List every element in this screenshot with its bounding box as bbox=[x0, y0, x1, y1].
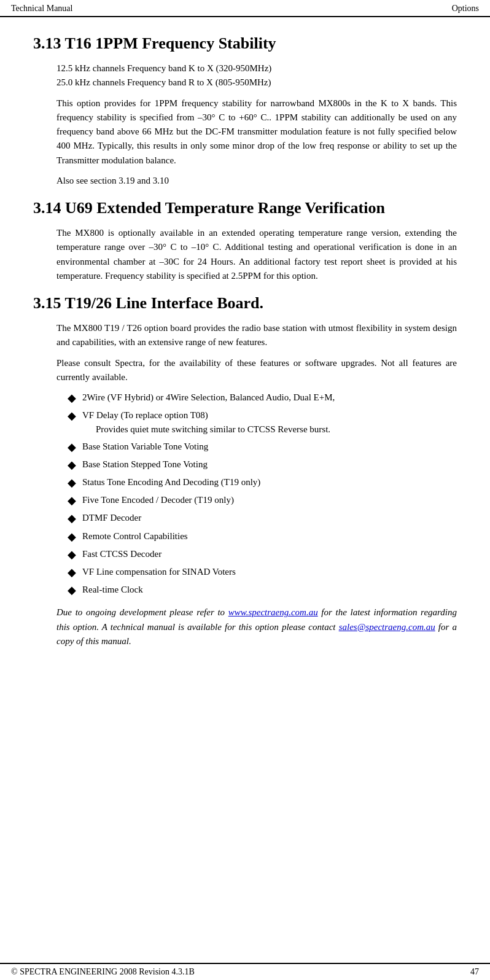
section-313-para1: This option provides for 1PPM frequency … bbox=[56, 96, 457, 168]
list-item: ◆Fast CTCSS Decoder bbox=[68, 547, 457, 562]
footer-right: 47 bbox=[470, 967, 479, 977]
section-315: 3.15 T19/26 Line Interface Board. The MX… bbox=[33, 294, 457, 648]
page-footer: © SPECTRA ENGINEERING 2008 Revision 4.3.… bbox=[0, 963, 490, 980]
list-item-text: Five Tone Encoded / Decoder (T19 only) bbox=[82, 493, 457, 507]
section-315-title: 3.15 T19/26 Line Interface Board. bbox=[33, 294, 457, 313]
page: Technical Manual Options 3.13 T16 1PPM F… bbox=[0, 0, 490, 980]
bullet-icon: ◆ bbox=[68, 457, 76, 473]
section-315-para2: Please consult Spectra, for the availabi… bbox=[56, 356, 457, 385]
list-item: ◆Base Station Variable Tone Voting bbox=[68, 440, 457, 455]
footer-left: © SPECTRA ENGINEERING 2008 Revision 4.3.… bbox=[11, 967, 195, 977]
section-314: 3.14 U69 Extended Temperature Range Veri… bbox=[33, 199, 457, 283]
page-content: 3.13 T16 1PPM Frequency Stability 12.5 k… bbox=[0, 17, 490, 963]
section-315-italic-block: Due to ongoing development please refer … bbox=[56, 605, 457, 648]
section-314-title: 3.14 U69 Extended Temperature Range Veri… bbox=[33, 199, 457, 217]
page-header: Technical Manual Options bbox=[0, 0, 490, 17]
bullet-icon: ◆ bbox=[68, 565, 76, 580]
bullet-icon: ◆ bbox=[68, 493, 76, 508]
list-item: ◆VF Delay (To replace option T08)Provide… bbox=[68, 408, 457, 437]
list-item: ◆Remote Control Capabilities bbox=[68, 529, 457, 545]
list-item-text: Real-time Clock bbox=[82, 583, 457, 597]
list-item: ◆Base Station Stepped Tone Voting bbox=[68, 457, 457, 473]
list-item: ◆2Wire (VF Hybrid) or 4Wire Selection, B… bbox=[68, 391, 457, 406]
bullet-icon: ◆ bbox=[68, 391, 76, 406]
section-314-para1: The MX800 is optionally available in an … bbox=[56, 226, 457, 283]
section-313-line1: 12.5 kHz channels Frequency band K to X … bbox=[56, 61, 457, 76]
sales-email-link[interactable]: sales@spectraeng.com.au bbox=[339, 622, 435, 632]
list-item-text: Fast CTCSS Decoder bbox=[82, 547, 457, 561]
section-313-line2: 25.0 kHz channels Frequency band R to X … bbox=[56, 76, 457, 90]
list-item: ◆Status Tone Encoding And Decoding (T19 … bbox=[68, 475, 457, 491]
bullet-icon: ◆ bbox=[68, 529, 76, 545]
list-item: ◆DTMF Decoder bbox=[68, 511, 457, 526]
section-313-title: 3.13 T16 1PPM Frequency Stability bbox=[33, 34, 457, 53]
section-313-lines: 12.5 kHz channels Frequency band K to X … bbox=[56, 61, 457, 90]
bullet-icon: ◆ bbox=[68, 511, 76, 526]
section-313: 3.13 T16 1PPM Frequency Stability 12.5 k… bbox=[33, 34, 457, 188]
bullet-icon: ◆ bbox=[68, 547, 76, 562]
header-left: Technical Manual bbox=[11, 4, 72, 14]
bullet-icon: ◆ bbox=[68, 475, 76, 491]
list-item-text: Status Tone Encoding And Decoding (T19 o… bbox=[82, 475, 457, 489]
list-item: ◆Real-time Clock bbox=[68, 583, 457, 598]
list-item-text: Base Station Stepped Tone Voting bbox=[82, 457, 457, 472]
section-315-bullet-list: ◆2Wire (VF Hybrid) or 4Wire Selection, B… bbox=[68, 391, 457, 598]
list-item-text: VF Delay (To replace option T08)Provides… bbox=[82, 408, 457, 437]
list-item-text: Base Station Variable Tone Voting bbox=[82, 440, 457, 454]
header-right: Options bbox=[452, 4, 479, 14]
list-item-text: DTMF Decoder bbox=[82, 511, 457, 525]
section-313-para2: Also see section 3.19 and 3.10 bbox=[56, 174, 457, 188]
spectraeng-link[interactable]: www.spectraeng.com.au bbox=[228, 607, 318, 617]
list-item: ◆VF Line compensation for SINAD Voters bbox=[68, 565, 457, 580]
list-item-text: Remote Control Capabilities bbox=[82, 529, 457, 543]
list-item-subtext: Provides quiet mute switching similar to… bbox=[96, 422, 457, 437]
bullet-icon: ◆ bbox=[68, 583, 76, 598]
list-item-text: VF Line compensation for SINAD Voters bbox=[82, 565, 457, 579]
section-315-para1: The MX800 T19 / T26 option board provide… bbox=[56, 321, 457, 350]
bullet-icon: ◆ bbox=[68, 408, 76, 424]
list-item: ◆Five Tone Encoded / Decoder (T19 only) bbox=[68, 493, 457, 508]
bullet-icon: ◆ bbox=[68, 440, 76, 455]
list-item-text: 2Wire (VF Hybrid) or 4Wire Selection, Ba… bbox=[82, 391, 457, 405]
